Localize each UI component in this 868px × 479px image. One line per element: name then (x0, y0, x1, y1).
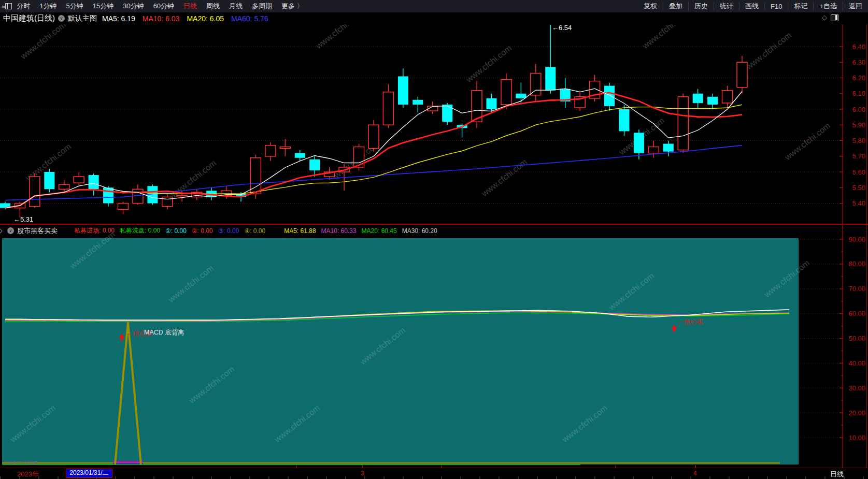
chevron-circle-icon[interactable]: ∨ (58, 15, 65, 22)
tool-button-画线[interactable]: 画线 (739, 2, 764, 11)
field-MA20: MA20: 6.05 (187, 14, 224, 23)
field-②: ②: 0.00 (192, 227, 213, 235)
candle-up (30, 177, 40, 206)
candle-up (74, 177, 84, 183)
period-tab-日线[interactable]: 日线 (179, 2, 202, 10)
period-tab-60分钟[interactable]: 60分钟 (149, 2, 179, 10)
chart-canvas[interactable]: www.cfchi.comwww.cfchi.comwww.cfchi.comw… (0, 0, 868, 479)
candle-down (634, 133, 644, 153)
indicator-title[interactable]: 股市黑客买卖 (17, 226, 58, 236)
candle-down (295, 153, 305, 158)
header-right-icons: ◇ (822, 13, 838, 21)
price-axis-label: 5.40 (852, 199, 865, 207)
period-tab-更多 〉[interactable]: 更多 〉 (277, 2, 308, 10)
collapse-panel-icon[interactable]: » (2, 3, 12, 10)
watermark-text: www.cfchi.com (464, 43, 514, 84)
tool-button-历史[interactable]: 历史 (688, 2, 714, 11)
stock-name[interactable]: 中国建筑(日线) (3, 13, 55, 23)
price-axis-label: 5.70 (852, 152, 865, 160)
candle-down (707, 97, 718, 105)
stock-charting-app: » 分时1分钟5分钟15分钟30分钟60分钟日线周线月线多周期更多 〉 复权叠加… (0, 0, 868, 479)
field-④: ④: 0.00 (244, 227, 265, 235)
chevron-circle-icon[interactable]: ∨ (7, 227, 14, 234)
candle-down (693, 94, 703, 103)
diamond-icon[interactable]: ◇ (822, 13, 827, 21)
candle-up (648, 147, 659, 153)
watermark-text: www.cfchi.com (783, 121, 832, 162)
candle-up (59, 184, 69, 189)
status-bar: 2023年 2023/01/31/二 34 日线 (0, 468, 868, 479)
candle-down (442, 105, 452, 122)
price-axis-label: 6.10 (852, 90, 865, 97)
period-tab-多周期[interactable]: 多周期 (247, 2, 277, 10)
period-tab-5分钟[interactable]: 5分钟 (61, 2, 88, 10)
indicator-axis-label: 90.00 (848, 236, 865, 243)
field-私募洗盘: 私募洗盘: 0.00 (120, 226, 160, 235)
field-MA10: MA10: 6.03 (143, 14, 180, 23)
candle-down (412, 100, 423, 105)
tool-button-F10[interactable]: F10 (764, 3, 788, 10)
field-MA20: MA20: 60.45 (362, 227, 397, 235)
diamond-marker-icon: ◇ (0, 227, 4, 234)
indicator-axis-label: 70.00 (848, 285, 865, 293)
candle-up (678, 97, 688, 150)
candle-down (44, 172, 54, 189)
indicator-value-fields: 私募进场: 0.00私募洗盘: 0.00①: 0.00②: 0.00③: 0.0… (74, 226, 443, 235)
field-MA60: MA60: 5.76 (231, 14, 268, 23)
period-tab-分时[interactable]: 分时 (12, 2, 35, 10)
field-MA5: MA5: 6.19 (102, 14, 135, 23)
indicator-header: ◇ ∨ 股市黑客买卖 私募进场: 0.00私募洗盘: 0.00①: 0.00②:… (0, 225, 868, 236)
price-axis-label: 6.30 (852, 59, 865, 66)
price-axis-label: 6.00 (852, 106, 865, 113)
candle-down (89, 175, 99, 189)
toolbar-buttons: 复权叠加历史统计画线F10标记+自选返回 (638, 2, 868, 11)
candle-up (722, 91, 733, 103)
indicator-annotation: MACD 底背离 (144, 329, 184, 336)
period-tab-30分钟[interactable]: 30分钟 (118, 2, 148, 10)
candle-up (368, 125, 379, 148)
field-③: ③: 0.00 (218, 227, 239, 235)
price-axis-label: 5.80 (852, 137, 865, 144)
ma-value-fields: MA5: 6.19MA10: 6.03MA20: 6.05MA60: 5.76 (102, 14, 276, 23)
field-①: ①: 0.00 (165, 227, 187, 235)
price-annotation: ←5.31 (13, 215, 33, 223)
period-tab-1分钟[interactable]: 1分钟 (35, 2, 61, 10)
candle-up (118, 204, 129, 210)
period-tab-周线[interactable]: 周线 (202, 2, 224, 10)
candle-up (265, 146, 276, 156)
indicator-axis-label: 50.00 (848, 335, 865, 342)
candle-up (531, 73, 541, 95)
period-tab-月线[interactable]: 月线 (224, 2, 247, 10)
watermark-text: www.cfchi.com (480, 157, 529, 198)
tool-button-返回[interactable]: 返回 (843, 2, 868, 11)
candle-down (398, 76, 408, 104)
indicator-panel-bg (2, 238, 799, 465)
candle-up (280, 147, 290, 149)
tool-button-标记[interactable]: 标记 (788, 2, 813, 11)
indicator-axis-label: 80.00 (848, 260, 865, 268)
tool-button-统计[interactable]: 统计 (714, 2, 739, 11)
candle-down (663, 144, 674, 152)
bottom-tick-strip (0, 476, 868, 479)
field-私募进场: 私募进场: 0.00 (74, 226, 115, 235)
watermark-text: www.cfchi.com (19, 20, 68, 61)
period-tab-15分钟[interactable]: 15分钟 (88, 2, 118, 10)
layout-name[interactable]: 默认主图 (68, 14, 97, 23)
indicator-axis-label: 60.00 (848, 310, 865, 317)
candle-down (309, 159, 320, 170)
price-axis-label: 5.90 (852, 121, 865, 129)
tool-button-复权[interactable]: 复权 (638, 2, 663, 11)
candle-down (545, 67, 556, 90)
split-panel-icon[interactable] (831, 14, 838, 21)
price-axis-label: 6.40 (852, 43, 865, 51)
tool-button-叠加[interactable]: 叠加 (663, 2, 688, 11)
tool-button-+自选[interactable]: +自选 (813, 2, 843, 11)
candle-down (103, 187, 113, 203)
period-tabs: 分时1分钟5分钟15分钟30分钟60分钟日线周线月线多周期更多 〉 (12, 2, 308, 11)
candle-up (737, 62, 747, 87)
indicator-axis-label: 20.00 (848, 409, 865, 417)
candle-down (487, 98, 497, 109)
period-menu-bar: » 分时1分钟5分钟15分钟30分钟60分钟日线周线月线多周期更多 〉 复权叠加… (0, 0, 868, 12)
watermark-text: www.cfchi.com (744, 31, 793, 71)
indicator-axis-label: 40.00 (848, 359, 865, 367)
